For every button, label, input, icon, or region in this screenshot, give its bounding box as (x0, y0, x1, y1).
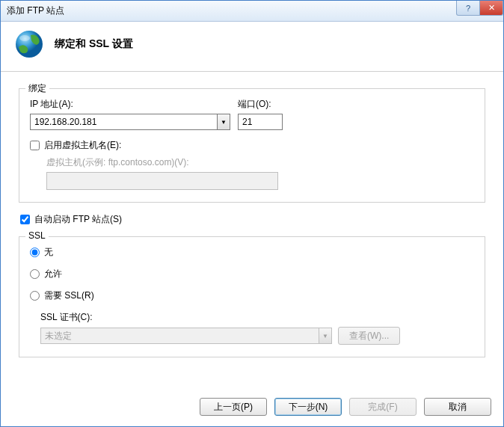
content-area: 绑定 IP 地址(A): ▼ 端口(O): 启用虚拟主机名(E): (1, 72, 503, 389)
next-button[interactable]: 下一步(N) (274, 398, 342, 416)
svg-point-0 (16, 31, 43, 58)
titlebar-controls: ? ✕ (456, 1, 503, 16)
page-title: 绑定和 SSL 设置 (55, 37, 133, 51)
binding-fieldset: 绑定 IP 地址(A): ▼ 端口(O): 启用虚拟主机名(E): (19, 88, 485, 203)
ssl-allow-radio[interactable] (30, 269, 40, 279)
ssl-cert-combo: ▼ (40, 328, 332, 344)
close-icon: ✕ (488, 3, 495, 13)
enable-vhost-checkbox[interactable] (30, 141, 40, 150)
cancel-button[interactable]: 取消 (424, 398, 491, 416)
ssl-require-radio[interactable] (30, 291, 40, 301)
ssl-cert-input (40, 328, 319, 344)
vhost-input (46, 172, 278, 190)
dialog-footer: 上一页(P) 下一步(N) 完成(F) 取消 (1, 389, 503, 426)
globe-icon (14, 29, 44, 59)
port-input[interactable] (238, 114, 283, 130)
autostart-checkbox[interactable] (20, 215, 30, 224)
autostart-label: 自动启动 FTP 站点(S) (34, 213, 122, 226)
svg-point-1 (19, 35, 30, 41)
ssl-fieldset: SSL 无 允许 需要 SSL(R) SSL 证书(C): ▼ (19, 236, 485, 357)
titlebar: 添加 FTP 站点 ? ✕ (1, 1, 503, 22)
dialog-window: 添加 FTP 站点 ? ✕ 绑定和 SSL 设置 绑定 (0, 0, 504, 427)
binding-legend: 绑定 (25, 82, 49, 95)
chevron-down-icon[interactable]: ▼ (217, 114, 230, 130)
cert-label: SSL 证书(C): (40, 311, 474, 324)
help-button[interactable]: ? (456, 1, 480, 16)
ssl-none-radio[interactable] (30, 248, 40, 257)
dialog-header: 绑定和 SSL 设置 (1, 22, 503, 72)
close-button[interactable]: ✕ (479, 1, 503, 16)
ip-label: IP 地址(A): (30, 98, 230, 111)
chevron-down-icon: ▼ (319, 328, 332, 344)
enable-vhost-label: 启用虚拟主机名(E): (44, 139, 121, 152)
help-icon: ? (466, 4, 470, 13)
ssl-none-label: 无 (44, 246, 53, 259)
ip-address-combo[interactable]: ▼ (30, 114, 230, 130)
vhost-label: 虚拟主机(示例: ftp.contoso.com)(V): (46, 156, 474, 169)
ssl-allow-label: 允许 (44, 268, 62, 280)
port-label: 端口(O): (238, 98, 290, 111)
finish-button: 完成(F) (349, 398, 417, 416)
ssl-require-label: 需要 SSL(R) (44, 289, 94, 302)
window-title: 添加 FTP 站点 (7, 4, 64, 17)
prev-button[interactable]: 上一页(P) (200, 398, 267, 416)
view-cert-button: 查看(W)... (338, 327, 400, 345)
ip-address-input[interactable] (30, 114, 217, 130)
ssl-legend: SSL (25, 230, 49, 241)
